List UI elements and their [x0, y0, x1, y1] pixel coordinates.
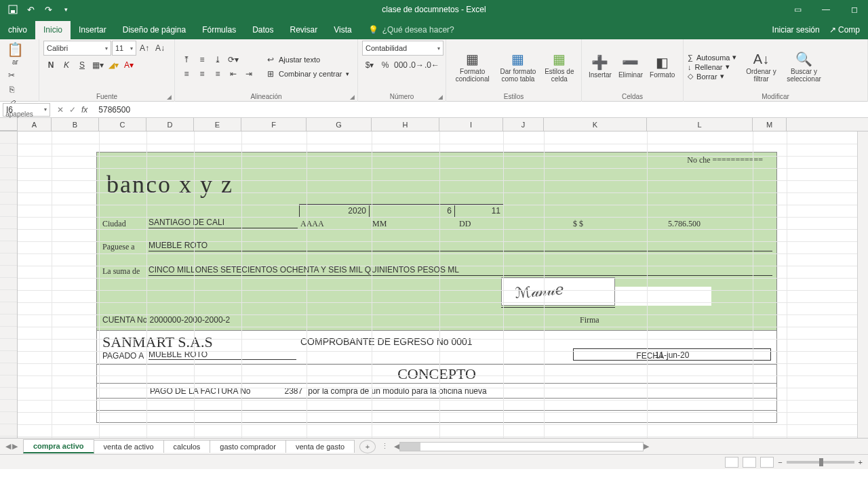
- select-all-corner[interactable]: [0, 118, 18, 131]
- column-header[interactable]: E: [194, 118, 241, 131]
- column-header[interactable]: M: [753, 118, 787, 131]
- row-header[interactable]: [0, 351, 17, 363]
- maximize-icon[interactable]: ◻: [841, 0, 868, 19]
- row-header[interactable]: [0, 217, 17, 229]
- row-header[interactable]: [0, 229, 17, 241]
- sort-filter-button[interactable]: A↓Ordenar y filtrar: [743, 50, 781, 84]
- row-header[interactable]: [0, 363, 17, 375]
- underline-button[interactable]: S: [75, 58, 90, 72]
- amount-value[interactable]: 5.786.500: [668, 219, 701, 229]
- column-header[interactable]: A: [18, 118, 52, 131]
- bold-button[interactable]: N: [43, 58, 58, 72]
- italic-button[interactable]: K: [59, 58, 74, 72]
- borders-icon[interactable]: ▦▾: [90, 58, 105, 72]
- tab-diseno[interactable]: Diseño de página: [115, 21, 194, 39]
- page-layout-view-icon[interactable]: [743, 457, 756, 468]
- day-box[interactable]: 11: [455, 204, 504, 218]
- column-header[interactable]: L: [647, 118, 753, 131]
- page-break-view-icon[interactable]: [760, 457, 774, 468]
- ciudad-value[interactable]: SANTIAGO DE CALI: [149, 218, 298, 228]
- fill-button[interactable]: ↓ Rellenar ▾: [688, 62, 737, 71]
- tab-inicio[interactable]: Inicio: [35, 21, 71, 39]
- row-header[interactable]: [0, 400, 17, 412]
- fx-icon[interactable]: fx: [81, 105, 87, 115]
- font-name-combo[interactable]: Calibri▾: [43, 41, 111, 56]
- row-header[interactable]: [0, 144, 17, 156]
- row-header[interactable]: [0, 278, 17, 290]
- save-icon[interactable]: [5, 2, 20, 17]
- tab-datos[interactable]: Datos: [244, 21, 281, 39]
- column-header[interactable]: F: [241, 118, 307, 131]
- row-header[interactable]: [0, 266, 17, 278]
- tell-me-search[interactable]: 💡 ¿Qué desea hacer?: [368, 25, 454, 39]
- tab-insertar[interactable]: Insertar: [71, 21, 115, 39]
- paguese-value[interactable]: MUEBLE ROTO: [149, 241, 772, 251]
- row-header[interactable]: [0, 156, 17, 168]
- clear-button[interactable]: ◇ Borrar ▾: [688, 72, 737, 81]
- cut-icon[interactable]: ✂: [4, 68, 19, 82]
- row-header[interactable]: [0, 302, 17, 314]
- wrap-text-button[interactable]: ↩Ajustar texto: [263, 53, 349, 66]
- align-top-icon[interactable]: ⤒: [179, 53, 194, 66]
- column-header[interactable]: C: [99, 118, 146, 131]
- row-header[interactable]: [0, 327, 17, 339]
- scroll-right-icon[interactable]: ▶: [644, 442, 649, 451]
- year-box[interactable]: 2020: [299, 204, 370, 218]
- dialog-launcher-icon[interactable]: ◢: [350, 94, 355, 100]
- column-header[interactable]: K: [544, 118, 647, 131]
- minimize-icon[interactable]: —: [812, 0, 840, 19]
- row-header[interactable]: [0, 192, 17, 205]
- horizontal-scrollbar[interactable]: [399, 442, 644, 451]
- percent-icon[interactable]: %: [378, 58, 393, 72]
- column-header[interactable]: B: [52, 118, 99, 131]
- delete-cells-button[interactable]: ➖Eliminar: [616, 54, 646, 80]
- decrease-indent-icon[interactable]: ⇤: [226, 67, 241, 81]
- row-header[interactable]: [0, 180, 17, 192]
- zoom-in-icon[interactable]: +: [859, 458, 863, 466]
- redo-icon[interactable]: ↷: [41, 2, 56, 17]
- column-header[interactable]: G: [307, 118, 372, 131]
- sheet-nav-prev-icon[interactable]: ◀: [5, 442, 11, 451]
- enter-icon[interactable]: ✓: [69, 105, 76, 115]
- undo-icon[interactable]: ↶: [23, 2, 38, 17]
- sheet-tab-gasto-comprador[interactable]: gasto comprador: [210, 440, 286, 453]
- format-as-table-button[interactable]: ▦Dar formato como tabla: [496, 50, 540, 84]
- zoom-slider[interactable]: [787, 461, 854, 464]
- row-header[interactable]: [0, 205, 17, 217]
- grid[interactable]: No che =========== banco x y z 2020 6 11…: [18, 131, 868, 438]
- increase-indent-icon[interactable]: ⇥: [241, 67, 256, 81]
- align-bottom-icon[interactable]: ⤓: [210, 53, 225, 66]
- decrease-font-icon[interactable]: A↓: [153, 41, 167, 55]
- ribbon-display-icon[interactable]: ▭: [784, 0, 811, 19]
- font-color-icon[interactable]: A▾: [121, 58, 136, 72]
- align-left-icon[interactable]: ≡: [179, 67, 194, 81]
- increase-decimal-icon[interactable]: .0→: [409, 58, 424, 72]
- share-button[interactable]: ↗ Comp: [829, 25, 860, 35]
- fecha-value[interactable]: 11-jun-20: [573, 348, 771, 361]
- row-header[interactable]: [0, 314, 17, 327]
- dialog-launcher-icon[interactable]: ◢: [167, 94, 172, 100]
- signin-link[interactable]: Iniciar sesión: [772, 25, 820, 35]
- row-header[interactable]: [0, 339, 17, 351]
- sheet-nav-next-icon[interactable]: ▶: [12, 442, 18, 451]
- tab-vista[interactable]: Vista: [326, 21, 359, 39]
- zoom-out-icon[interactable]: −: [778, 458, 782, 466]
- find-select-button[interactable]: 🔍Buscar y seleccionar: [782, 50, 827, 84]
- sheet-tab-venta-gasto[interactable]: venta de gasto: [285, 440, 355, 453]
- merge-center-button[interactable]: ⊞Combinar y centrar▾: [263, 67, 349, 81]
- row-header[interactable]: [0, 412, 17, 424]
- orientation-icon[interactable]: ⟳▾: [226, 53, 241, 66]
- dialog-launcher-icon[interactable]: ◢: [438, 94, 443, 100]
- tab-archivo[interactable]: chivo: [0, 21, 35, 39]
- format-cells-button[interactable]: ◧Formato: [647, 54, 677, 80]
- font-size-combo[interactable]: 11▾: [112, 41, 136, 56]
- row-header[interactable]: [0, 436, 17, 438]
- normal-view-icon[interactable]: [725, 457, 738, 468]
- column-header[interactable]: I: [439, 118, 503, 131]
- align-right-icon[interactable]: ≡: [210, 67, 225, 81]
- fill-color-icon[interactable]: ◢▾: [106, 58, 121, 72]
- column-header[interactable]: D: [146, 118, 194, 131]
- cell-styles-button[interactable]: ▦Estilos de celda: [542, 50, 577, 84]
- column-header[interactable]: H: [372, 118, 439, 131]
- row-header[interactable]: [0, 131, 17, 144]
